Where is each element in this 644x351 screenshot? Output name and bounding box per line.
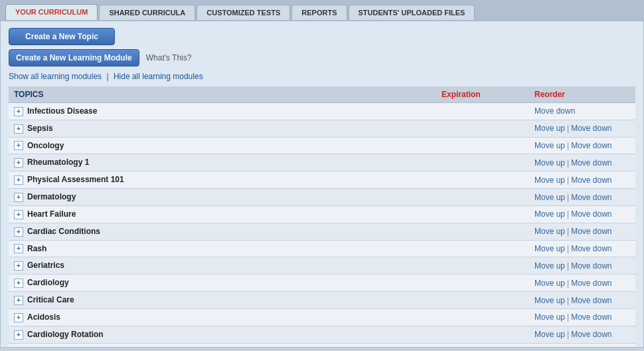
move-down-link[interactable]: Move down bbox=[571, 124, 611, 133]
reorder-sep: | bbox=[567, 296, 569, 305]
move-up-link[interactable]: Move up bbox=[534, 279, 565, 288]
topic-name: Cardiology Rotation bbox=[27, 330, 104, 339]
reorder-cell: Move up|Move down bbox=[529, 343, 635, 348]
expand-icon[interactable]: + bbox=[14, 124, 23, 134]
move-up-link[interactable]: Move up bbox=[534, 141, 565, 150]
move-down-link[interactable]: Move down bbox=[571, 227, 611, 236]
move-up-link[interactable]: Move up bbox=[534, 193, 565, 202]
move-down-link[interactable]: Move down bbox=[534, 106, 575, 116]
expiration-cell bbox=[436, 308, 529, 326]
table-row: +DermatologyMove up|Move down bbox=[9, 189, 635, 206]
move-up-link[interactable]: Move up bbox=[534, 330, 565, 339]
expiration-cell bbox=[436, 240, 529, 257]
expand-icon[interactable]: + bbox=[14, 227, 23, 237]
topic-name: Rheumatology 1 bbox=[27, 158, 89, 167]
expiration-cell bbox=[436, 275, 529, 292]
topic-cell: +Sepsis bbox=[9, 120, 436, 137]
reorder-cell: Move up|Move down bbox=[529, 189, 635, 206]
reorder-cell: Move up|Move down bbox=[529, 326, 635, 343]
move-down-link[interactable]: Move down bbox=[571, 158, 611, 168]
reorder-sep: | bbox=[567, 158, 569, 168]
whats-this-text: What's This? bbox=[146, 53, 192, 62]
topic-cell: +Heart Failure bbox=[9, 205, 436, 223]
move-down-link[interactable]: Move down bbox=[571, 141, 611, 150]
move-up-link[interactable]: Move up bbox=[534, 312, 565, 322]
tab-your-curriculum[interactable]: YOUR CURRICULUM bbox=[5, 4, 98, 20]
expand-icon[interactable]: + bbox=[14, 261, 23, 271]
table-row: +Infectious DiseaseMove down bbox=[9, 103, 635, 120]
table-row: +ApneaMove up|Move down bbox=[9, 343, 635, 348]
topic-cell: +Acidosis bbox=[9, 308, 436, 326]
tab-reports[interactable]: REPORTS bbox=[291, 5, 347, 20]
move-up-link[interactable]: Move up bbox=[534, 296, 565, 305]
tab-shared-curricula[interactable]: SHARED CURRICULA bbox=[99, 5, 195, 20]
move-up-link[interactable]: Move up bbox=[534, 347, 565, 348]
topics-header: TOPICS bbox=[9, 86, 436, 103]
expand-icon[interactable]: + bbox=[14, 279, 23, 288]
expiration-cell bbox=[436, 292, 529, 309]
tab-customized-tests[interactable]: CUSTOMIZED TESTS bbox=[197, 5, 290, 20]
topic-name: Apnea bbox=[27, 347, 52, 348]
expiration-cell bbox=[436, 103, 529, 120]
expand-icon[interactable]: + bbox=[14, 296, 23, 305]
move-down-link[interactable]: Move down bbox=[571, 296, 611, 305]
expand-icon[interactable]: + bbox=[14, 176, 23, 185]
move-up-link[interactable]: Move up bbox=[534, 244, 565, 253]
expand-icon[interactable]: + bbox=[14, 141, 23, 150]
topic-cell: +Cardiology bbox=[9, 275, 436, 292]
expand-icon[interactable]: + bbox=[14, 107, 23, 116]
expiration-cell bbox=[436, 189, 529, 206]
table-row: +Physical Assessment 101Move up|Move dow… bbox=[9, 172, 635, 189]
topic-cell: +Cardiology Rotation bbox=[9, 326, 436, 343]
topic-name: Cardiology bbox=[27, 278, 69, 287]
tab-students-uploaded-files[interactable]: STUDENTS' UPLOADED FILES bbox=[349, 5, 475, 20]
expand-icon[interactable]: + bbox=[14, 210, 23, 219]
reorder-cell: Move up|Move down bbox=[529, 257, 635, 275]
expiration-cell bbox=[436, 343, 529, 348]
table-row: +SepsisMove up|Move down bbox=[9, 120, 635, 137]
move-down-link[interactable]: Move down bbox=[571, 176, 611, 185]
reorder-cell: Move up|Move down bbox=[529, 308, 635, 326]
reorder-sep: | bbox=[567, 193, 569, 202]
expand-icon[interactable]: + bbox=[14, 193, 23, 202]
move-up-link[interactable]: Move up bbox=[534, 209, 565, 219]
move-down-link[interactable]: Move down bbox=[571, 312, 611, 322]
show-all-link[interactable]: Show all learning modules bbox=[9, 72, 102, 81]
table-row: +Critical CareMove up|Move down bbox=[9, 292, 635, 309]
expiration-cell bbox=[436, 120, 529, 137]
move-down-link[interactable]: Move down bbox=[571, 279, 611, 288]
reorder-cell: Move up|Move down bbox=[529, 223, 635, 240]
move-down-link[interactable]: Move down bbox=[571, 244, 611, 253]
create-module-button[interactable]: Create a New Learning Module bbox=[9, 49, 139, 66]
move-up-link[interactable]: Move up bbox=[534, 176, 565, 185]
topic-name: Physical Assessment 101 bbox=[27, 175, 124, 184]
expand-icon[interactable]: + bbox=[14, 313, 23, 322]
move-up-link[interactable]: Move up bbox=[534, 158, 565, 168]
table-row: +OncologyMove up|Move down bbox=[9, 137, 635, 154]
move-down-link[interactable]: Move down bbox=[571, 330, 611, 339]
expand-icon[interactable]: + bbox=[14, 158, 23, 168]
table-row: +AcidosisMove up|Move down bbox=[9, 308, 635, 326]
main-content: Create a New Topic Create a New Learning… bbox=[0, 20, 644, 348]
move-down-link[interactable]: Move down bbox=[571, 261, 611, 271]
reorder-cell: Move up|Move down bbox=[529, 120, 635, 137]
reorder-cell: Move up|Move down bbox=[529, 137, 635, 154]
expand-icon[interactable]: + bbox=[14, 244, 23, 253]
move-down-link[interactable]: Move down bbox=[571, 193, 611, 202]
reorder-sep: | bbox=[567, 227, 569, 236]
move-up-link[interactable]: Move up bbox=[534, 261, 565, 271]
topic-name: Geriatrics bbox=[27, 261, 64, 270]
expiration-cell bbox=[436, 223, 529, 240]
expand-icon[interactable]: + bbox=[14, 330, 23, 340]
expiration-cell bbox=[436, 205, 529, 223]
move-up-link[interactable]: Move up bbox=[534, 227, 565, 236]
topic-cell: +Physical Assessment 101 bbox=[9, 172, 436, 189]
move-down-link[interactable]: Move down bbox=[571, 347, 611, 348]
hide-all-link[interactable]: Hide all learning modules bbox=[114, 72, 203, 81]
move-down-link[interactable]: Move down bbox=[571, 209, 611, 219]
topic-name: Rash bbox=[27, 244, 46, 253]
create-topic-button[interactable]: Create a New Topic bbox=[9, 28, 115, 45]
expiration-cell bbox=[436, 172, 529, 189]
expand-icon[interactable]: + bbox=[14, 347, 23, 348]
move-up-link[interactable]: Move up bbox=[534, 124, 565, 133]
